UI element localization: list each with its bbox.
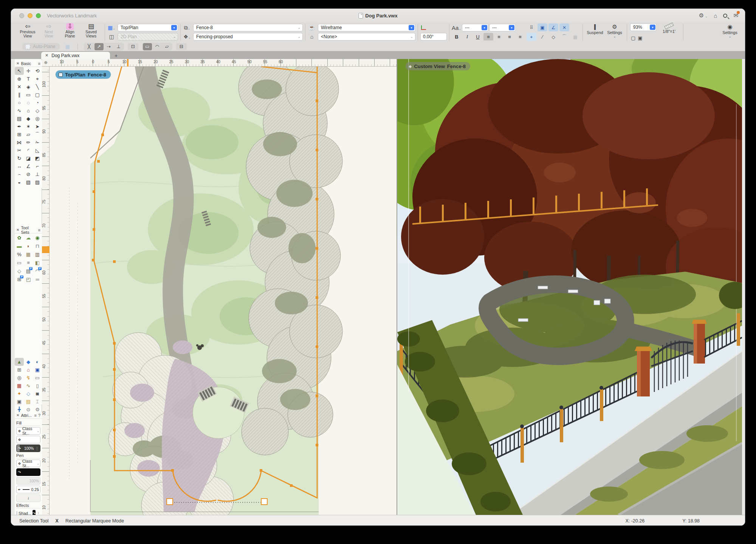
align-right-button[interactable]: ≡: [505, 33, 514, 40]
double-line-tool[interactable]: ∥: [15, 91, 24, 99]
hedgerow-tool[interactable]: ▬: [15, 242, 24, 250]
render-mode-icon[interactable]: ☕: [308, 25, 316, 31]
layers-icon[interactable]: ⧉⌄: [183, 25, 191, 31]
trim-tool[interactable]: ✁: [33, 138, 42, 146]
toolset-irrigation[interactable]: ◆: [24, 358, 33, 366]
underline-button[interactable]: U: [473, 33, 483, 40]
line-tool[interactable]: ╲: [33, 83, 42, 91]
toolset-lighting[interactable]: ✦: [15, 390, 24, 398]
plan-mode-select[interactable]: 2D Plan ⌄: [118, 33, 178, 40]
settings-menu-icon[interactable]: ⚙ ⌄: [699, 12, 708, 19]
toolset-audio-visual[interactable]: ▣: [33, 366, 42, 374]
suspend-snapping-button[interactable]: ∥ Suspend: [585, 22, 605, 42]
eyedropper-tool[interactable]: ✒: [15, 123, 24, 131]
split-tool[interactable]: ✂: [15, 146, 24, 154]
smart-edge-button[interactable]: ◇: [548, 33, 558, 41]
arc-dimension-tool[interactable]: ⌢: [15, 170, 24, 178]
fill-opacity-slider[interactable]: ↷ 100% ⋮: [16, 445, 40, 452]
view-select[interactable]: Top/Plan ▾: [118, 24, 178, 31]
home-icon[interactable]: ⌂: [714, 12, 717, 19]
hardscape-tool[interactable]: ▦: [24, 250, 33, 258]
angle-dimension-tool[interactable]: ∠: [24, 162, 33, 170]
mirror-tool[interactable]: ⋈: [15, 138, 24, 146]
attribute-mapping-tool[interactable]: ✶: [24, 123, 33, 131]
rectangular-marquee-mode[interactable]: ▭: [143, 43, 152, 50]
rectangle-tool[interactable]: ▭: [24, 91, 33, 99]
class-select[interactable]: Fencing-proposed ⌄: [193, 33, 303, 40]
font-style-select[interactable]: --- ▾: [489, 24, 516, 31]
next-view-button[interactable]: ⇨ Next View: [39, 23, 59, 42]
parking-layout-tool[interactable]: ⊞: [15, 275, 24, 283]
render-background-icon[interactable]: ⌂: [308, 34, 316, 40]
text-tool[interactable]: T: [24, 75, 33, 83]
working-plane-axis-icon[interactable]: [420, 25, 427, 31]
snap-angle-button[interactable]: ∠: [548, 23, 558, 31]
close-palette-icon[interactable]: ✕: [16, 413, 19, 417]
plan-rotation-icon[interactable]: ◫: [107, 34, 116, 40]
slider-menu-icon[interactable]: ⋮: [35, 446, 39, 451]
marquee-tool[interactable]: ▧: [24, 178, 33, 186]
chamfer-tool[interactable]: ◺: [33, 146, 42, 154]
align-plane-button[interactable]: ⇩ Align Plane: [60, 23, 80, 42]
massing-shrub-tool[interactable]: ☁: [24, 233, 33, 242]
render-view-label[interactable]: ◈ Custom View Fence-8: [406, 62, 470, 70]
arc-tool[interactable]: ◔: [33, 99, 42, 107]
toolset-building-shell[interactable]: ⌂: [24, 366, 33, 374]
fence-tool[interactable]: ▥: [33, 250, 42, 258]
wall-tool[interactable]: ▭: [15, 258, 24, 267]
polygon-marquee-mode[interactable]: ▱: [163, 43, 172, 50]
multiple-selection-mode[interactable]: ⇢: [104, 43, 113, 50]
italic-button[interactable]: I: [462, 33, 472, 40]
roadway-tool[interactable]: ═: [33, 275, 42, 283]
plant-tool[interactable]: ✿: [15, 233, 24, 242]
arc-by-points-tool[interactable]: ⌒: [33, 131, 42, 138]
spiral-tool[interactable]: ◎: [33, 115, 42, 123]
line-weight-select[interactable]: ✒ 0.25 ⌄: [16, 486, 40, 493]
snapping-settings-button[interactable]: ⚙ Settings ⌄: [605, 22, 624, 42]
zoom-window-button[interactable]: [36, 13, 41, 18]
quick-preferences-button[interactable]: ◉ Settings ⌄: [720, 22, 740, 42]
bold-button[interactable]: B: [452, 33, 462, 40]
snap-distance-button[interactable]: ⁄: [538, 33, 547, 41]
inbox-icon[interactable]: ✉: [733, 12, 738, 19]
close-tab-icon[interactable]: ✕: [45, 53, 48, 58]
clip-cube-tool[interactable]: ◩: [33, 154, 42, 162]
delete-vertex-tool[interactable]: ✕: [15, 83, 24, 91]
toolset-stage-truss[interactable]: ▦: [15, 382, 24, 390]
toolset-renderworks[interactable]: ◐: [33, 358, 42, 366]
plan-view-label[interactable]: Top/Plan Fence-8: [56, 70, 111, 79]
symbol-insertion-tool[interactable]: ◈: [24, 83, 33, 91]
dimension-tool[interactable]: ↔: [15, 162, 24, 170]
line-type-select[interactable]: ≀: [16, 494, 40, 502]
fillet-tool[interactable]: ◜: [24, 146, 33, 154]
align-justify-button[interactable]: ≡: [515, 33, 525, 40]
horizontal-ruler[interactable]: 105051015202530354045505560: [50, 59, 397, 67]
clip-tool[interactable]: ⊞: [15, 131, 24, 138]
view-bar-icon[interactable]: ▦⌄: [107, 25, 116, 31]
zoom-level-select[interactable]: 93% ▾: [630, 23, 657, 31]
layer-scale-button[interactable]: 1/8"=1': [657, 22, 681, 42]
selection-tool[interactable]: ↖: [15, 67, 24, 75]
landscape-bed-tool[interactable]: ◗: [24, 242, 33, 250]
align-center-button[interactable]: ≡: [494, 33, 504, 40]
corner-dimension-tool[interactable]: ⌐: [33, 162, 42, 170]
toolset-cabling[interactable]: ∿: [24, 382, 33, 390]
polyline-tool[interactable]: ◇: [33, 107, 42, 115]
font-style-icon[interactable]: Aa⌄: [452, 25, 461, 31]
zoom-tool[interactable]: ⊕: [15, 75, 24, 83]
existing-tree-tool[interactable]: ◉: [33, 233, 42, 242]
window-pane-mode[interactable]: ⊟: [176, 43, 187, 50]
stair-tool[interactable]: ≡: [24, 258, 33, 267]
regular-polygon-tool[interactable]: ◆: [24, 115, 33, 123]
hatch-tool[interactable]: ▨: [33, 178, 42, 186]
fill-style-select[interactable]: ❖ Class St... ⌄: [16, 427, 40, 435]
search-icon[interactable]: [723, 12, 727, 19]
snap-object-button[interactable]: ▣: [538, 23, 547, 31]
close-palette-icon[interactable]: ✕: [16, 61, 19, 65]
extrude-tool[interactable]: ◧: [33, 258, 42, 267]
flyover-tool[interactable]: ⟲: [33, 67, 42, 75]
eraser-tool[interactable]: ◪: [24, 154, 33, 162]
toolset-electrical[interactable]: ↯: [24, 374, 33, 382]
pathway-tool[interactable]: ◠: [33, 267, 42, 275]
grade-tool[interactable]: %: [15, 250, 24, 258]
